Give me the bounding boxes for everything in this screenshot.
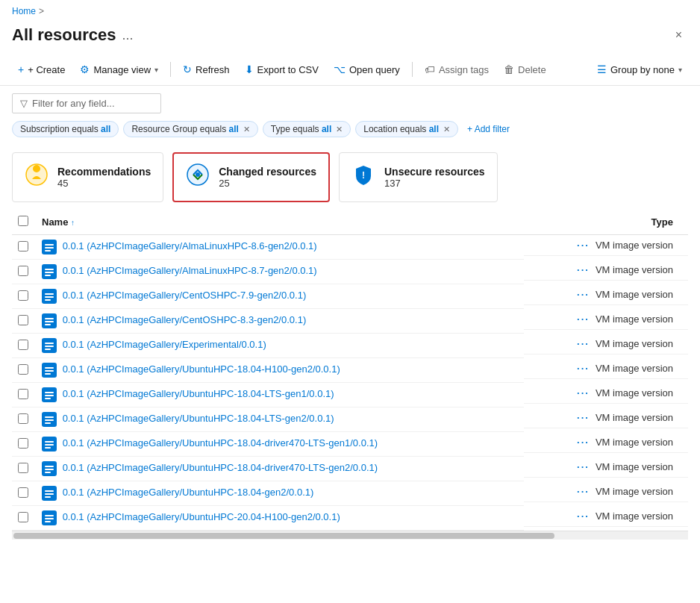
- row-checkbox[interactable]: [18, 438, 28, 449]
- svg-rect-35: [45, 419, 54, 421]
- row-actions-button[interactable]: ···: [577, 264, 590, 275]
- row-actions-button[interactable]: ···: [577, 461, 590, 472]
- plus-icon: +: [18, 63, 24, 75]
- row-checkbox-cell[interactable]: [12, 334, 36, 358]
- delete-label: Delete: [518, 64, 546, 75]
- row-checkbox[interactable]: [18, 389, 28, 399]
- svg-rect-24: [45, 349, 51, 350]
- resource-name-link[interactable]: 0.0.1 (AzHPCImageGallery/UbuntuHPC-18.04…: [63, 388, 334, 399]
- create-label: + Create: [28, 64, 65, 75]
- tag-icon: 🏷: [425, 63, 435, 75]
- row-checkbox[interactable]: [18, 241, 28, 251]
- manage-view-button[interactable]: ⚙ Manage view ▾: [74, 60, 164, 79]
- row-checkbox[interactable]: [18, 487, 28, 498]
- horizontal-scrollbar[interactable]: [12, 531, 688, 540]
- row-checkbox[interactable]: [18, 315, 28, 325]
- row-actions-button[interactable]: ···: [577, 510, 590, 522]
- row-actions-button[interactable]: ···: [577, 289, 590, 300]
- resource-name-link[interactable]: 0.0.1 (AzHPCImageGallery/CentOSHPC-8.3-g…: [63, 314, 307, 325]
- row-checkbox[interactable]: [18, 266, 28, 276]
- row-checkbox-cell[interactable]: [12, 235, 36, 260]
- svg-rect-14: [45, 293, 54, 295]
- add-filter-button[interactable]: + Add filter: [463, 122, 514, 137]
- svg-text:!: !: [362, 170, 365, 181]
- row-actions-button[interactable]: ···: [577, 486, 590, 497]
- changed-count: 25: [219, 178, 316, 189]
- table-row: 0.0.1 (AzHPCImageGallery/CentOSHPC-7.9-g…: [12, 284, 688, 309]
- resource-type-icon: [42, 240, 57, 254]
- query-icon: ⌥: [334, 63, 346, 75]
- export-csv-button[interactable]: ⬇ Export to CSV: [239, 60, 325, 79]
- resource-name-link[interactable]: 0.0.1 (AzHPCImageGallery/AlmaLinuxHPC-8.…: [63, 265, 317, 276]
- svg-rect-8: [45, 250, 51, 251]
- svg-rect-20: [45, 324, 51, 325]
- row-checkbox-cell[interactable]: [12, 457, 36, 481]
- resource-type-icon: [42, 412, 57, 427]
- page-options-button[interactable]: ...: [122, 28, 133, 43]
- row-checkbox-cell[interactable]: [12, 481, 36, 506]
- open-query-button[interactable]: ⌥ Open query: [328, 60, 406, 79]
- resource-name-link[interactable]: 0.0.1 (AzHPCImageGallery/UbuntuHPC-18.04…: [63, 413, 334, 424]
- row-checkbox[interactable]: [18, 463, 28, 473]
- resource-name-link[interactable]: 0.0.1 (AzHPCImageGallery/UbuntuHPC-20.04…: [63, 511, 340, 522]
- resource-name-link[interactable]: 0.0.1 (AzHPCImageGallery/UbuntuHPC-18.04…: [63, 487, 314, 498]
- row-checkbox-cell[interactable]: [12, 284, 36, 309]
- page-title: All resources: [12, 25, 116, 45]
- recommendations-card[interactable]: Recommendations 45: [12, 152, 163, 202]
- manage-view-caret: ▾: [154, 66, 158, 74]
- row-checkbox[interactable]: [18, 364, 28, 375]
- row-checkbox-cell[interactable]: [12, 407, 36, 432]
- row-checkbox[interactable]: [18, 413, 28, 424]
- location-filter-close[interactable]: ✕: [443, 125, 450, 134]
- row-name-cell: 0.0.1 (AzHPCImageGallery/CentOSHPC-8.3-g…: [36, 309, 524, 334]
- svg-rect-52: [45, 521, 51, 522]
- refresh-button[interactable]: ↻ Refresh: [177, 60, 236, 79]
- home-link[interactable]: Home: [12, 6, 36, 16]
- create-button[interactable]: + + Create: [12, 60, 71, 79]
- row-checkbox[interactable]: [18, 512, 28, 522]
- name-column-header[interactable]: Name ↑: [36, 210, 524, 235]
- svg-rect-10: [45, 269, 54, 270]
- row-checkbox-cell[interactable]: [12, 358, 36, 383]
- svg-rect-28: [45, 373, 51, 375]
- export-label: Export to CSV: [257, 64, 319, 75]
- resource-group-filter-close[interactable]: ✕: [243, 125, 250, 134]
- resource-name-link[interactable]: 0.0.1 (AzHPCImageGallery/UbuntuHPC-18.04…: [63, 363, 340, 375]
- unsecure-resources-card[interactable]: ! Unsecure resources 137: [339, 152, 498, 202]
- row-actions-button[interactable]: ···: [577, 363, 590, 374]
- row-actions-button[interactable]: ···: [577, 387, 590, 399]
- row-checkbox-cell[interactable]: [12, 506, 36, 531]
- row-checkbox-cell[interactable]: [12, 260, 36, 284]
- row-checkbox-cell[interactable]: [12, 309, 36, 334]
- resource-name-link[interactable]: 0.0.1 (AzHPCImageGallery/UbuntuHPC-18.04…: [63, 462, 378, 473]
- filter-input[interactable]: ▽ Filter for any field...: [12, 93, 161, 113]
- table-row: 0.0.1 (AzHPCImageGallery/UbuntuHPC-20.04…: [12, 506, 688, 531]
- close-button[interactable]: ×: [669, 25, 688, 45]
- select-all-checkbox[interactable]: [18, 216, 28, 226]
- resource-name-link[interactable]: 0.0.1 (AzHPCImageGallery/CentOSHPC-7.9-g…: [63, 290, 307, 301]
- row-actions-button[interactable]: ···: [577, 240, 590, 251]
- row-actions-button[interactable]: ···: [577, 338, 590, 349]
- svg-rect-38: [45, 441, 54, 443]
- resource-name-link[interactable]: 0.0.1 (AzHPCImageGallery/Experimental/0.…: [63, 339, 266, 350]
- row-actions-button[interactable]: ···: [577, 437, 590, 448]
- resource-name-link[interactable]: 0.0.1 (AzHPCImageGallery/UbuntuHPC-18.04…: [63, 437, 378, 449]
- row-actions-button[interactable]: ···: [577, 313, 590, 325]
- row-actions-button[interactable]: ···: [577, 412, 590, 423]
- resource-type-icon: [42, 264, 57, 279]
- select-all-header[interactable]: [12, 210, 36, 235]
- assign-tags-button[interactable]: 🏷 Assign tags: [419, 60, 495, 79]
- row-name-cell: 0.0.1 (AzHPCImageGallery/UbuntuHPC-18.04…: [36, 358, 524, 383]
- delete-button[interactable]: 🗑 Delete: [498, 60, 552, 79]
- row-checkbox-cell[interactable]: [12, 432, 36, 457]
- resource-name-link[interactable]: 0.0.1 (AzHPCImageGallery/AlmaLinuxHPC-8.…: [63, 240, 317, 251]
- row-checkbox-cell[interactable]: [12, 383, 36, 407]
- row-checkbox[interactable]: [18, 290, 28, 301]
- svg-point-1: [33, 165, 40, 172]
- table-container[interactable]: Name ↑ Type 0.0.1 (AzHPCImageGallery/Alm…: [12, 210, 688, 531]
- type-filter-close[interactable]: ✕: [336, 125, 343, 134]
- group-by-button[interactable]: ☰ Group by none ▾: [591, 60, 688, 79]
- row-checkbox[interactable]: [18, 340, 28, 350]
- group-icon: ☰: [597, 63, 607, 75]
- changed-resources-card[interactable]: Changed resources 25: [172, 152, 330, 202]
